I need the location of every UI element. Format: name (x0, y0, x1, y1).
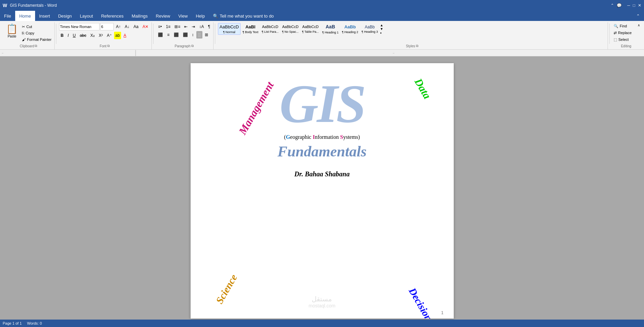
copy-button[interactable]: ⎘ Copy (21, 30, 53, 36)
status-bar: Page 1 of 1 Words: 0 (0, 320, 644, 325)
menu-insert[interactable]: Insert (35, 11, 54, 21)
menu-references[interactable]: References (97, 11, 128, 21)
comment-icon[interactable]: 💬 (617, 3, 622, 8)
font-name-input[interactable] (59, 23, 100, 30)
ribbon-display-icon[interactable]: ⌃ (632, 11, 644, 21)
watermark-latin: mostaql.com (309, 303, 335, 308)
menu-view[interactable]: View (174, 11, 192, 21)
font-color-button[interactable]: A (122, 32, 128, 39)
style-body-text-button[interactable]: AaBl ¶ Body Text (241, 23, 260, 34)
font-size-increase-button[interactable]: A↑ (114, 23, 122, 30)
data-text: Data (412, 76, 433, 101)
numbering-button[interactable]: 1≡ (164, 23, 172, 30)
menu-review[interactable]: Review (152, 11, 174, 21)
style-nospace-preview: AaBbCcD (282, 24, 299, 29)
line-spacing-button[interactable]: ↕ (190, 31, 196, 39)
italic-button[interactable]: I (66, 32, 70, 39)
editing-label: Editing (611, 44, 641, 48)
format-painter-button[interactable]: 🖌 Format Painter (21, 36, 53, 43)
ribbon-separator-2 (153, 24, 153, 44)
styles-expand-btn-icon[interactable]: ⧉ (416, 44, 418, 48)
maximize-icon[interactable]: □ (633, 3, 635, 8)
ribbon-separator-1 (56, 24, 56, 44)
ribbon-collapse-icon[interactable]: ⌃ (611, 3, 614, 8)
clipboard-expand-icon[interactable]: ⧉ (35, 44, 37, 48)
style-nospace-label: ¶ No Spac... (282, 30, 299, 33)
clear-format-button[interactable]: A✕ (141, 23, 150, 30)
select-button[interactable]: ⬚ Select (612, 36, 640, 43)
styles-expand-icon[interactable]: ⬧ (380, 31, 383, 34)
align-left-button[interactable]: ⬛ (156, 31, 165, 39)
menu-home[interactable]: Home (15, 11, 35, 21)
style-h3-preview: AaBb (365, 24, 374, 30)
justify-button[interactable]: ⬛ (181, 31, 190, 39)
menu-mailings[interactable]: Mailings (128, 11, 152, 21)
close-icon[interactable]: ✕ (638, 3, 641, 8)
document-page: Management Data GIS (Geographic Informat… (191, 63, 454, 319)
style-tablep-label: ¶ Table Pa... (302, 30, 319, 33)
menu-help[interactable]: Help (192, 11, 209, 21)
styles-scroll-arrows: ▲ ▼ ⬧ (380, 23, 383, 34)
style-h2-label: ¶ Heading 2 (342, 30, 358, 34)
decrease-indent-button[interactable]: ⇤ (183, 23, 189, 30)
text-effects-button[interactable]: A⁺ (105, 32, 113, 39)
font-size-input[interactable] (100, 23, 114, 30)
replace-button[interactable]: ⇄ Replace (612, 30, 640, 36)
styles-scroll-up-icon[interactable]: ▲ (380, 23, 383, 27)
style-list-para-button[interactable]: AaBbCcD ¶ List Para... (260, 24, 280, 34)
strikethrough-button[interactable]: abc (78, 32, 88, 39)
bullets-button[interactable]: ≡• (156, 23, 163, 30)
change-case-button[interactable]: Aa (132, 23, 140, 30)
cut-label: Cut (26, 25, 32, 29)
align-right-button[interactable]: ⬛ (172, 31, 180, 39)
style-heading1-button[interactable]: AaB ¶ Heading 1 (321, 23, 340, 35)
style-normal-button[interactable]: AaBbCcD ¶ Normal (218, 23, 241, 35)
copy-label: Copy (26, 31, 34, 35)
style-heading2-button[interactable]: AaBb ¶ Heading 2 (340, 23, 359, 34)
superscript-button[interactable]: X² (97, 32, 105, 39)
cut-button[interactable]: ✂ Cut (21, 24, 53, 30)
paragraph-expand-icon[interactable]: ⧉ (191, 44, 194, 48)
multilevel-list-button[interactable]: ⊞≡ (173, 23, 182, 30)
cut-icon: ✂ (22, 25, 25, 29)
menu-layout[interactable]: Layout (76, 11, 97, 21)
bold-button[interactable]: B (59, 32, 65, 39)
underline-button[interactable]: U (71, 32, 78, 39)
font-controls: A↑ A↓ Aa A✕ B I U abc X₂ X² A⁺ ab A (59, 23, 150, 40)
sort-button[interactable]: ↕A (197, 23, 205, 30)
menu-design[interactable]: Design (54, 11, 76, 21)
watermark-arabic: مستقل (309, 295, 335, 303)
shading-button[interactable]: ░ (196, 31, 203, 39)
minimize-icon[interactable]: ─ (627, 3, 630, 8)
clipboard-label-text: Clipboard (20, 44, 34, 48)
style-table-para-button[interactable]: AaBbCcD ¶ Table Pa... (301, 24, 320, 34)
paste-label: Paste (8, 34, 17, 38)
font-group: A↑ A↓ Aa A✕ B I U abc X₂ X² A⁺ ab A (58, 22, 152, 49)
show-marks-button[interactable]: ¶ (206, 23, 212, 30)
align-center-button[interactable]: ≡ (165, 31, 171, 39)
paste-button[interactable]: 📋 Paste (4, 23, 20, 40)
paragraph-row2: ⬛ ≡ ⬛ ⬛ ↕ ░ ⊞ (156, 31, 212, 39)
ruler-content: ← → (1, 50, 643, 56)
highlight-button[interactable]: ab (114, 32, 121, 39)
management-text: Management (236, 80, 276, 137)
subscript-button[interactable]: X₂ (89, 32, 96, 39)
font-size-decrease-button[interactable]: A↓ (123, 23, 131, 30)
style-no-spacing-button[interactable]: AaBbCcD ¶ No Spac... (281, 24, 300, 34)
borders-button[interactable]: ⊞ (203, 31, 210, 39)
font-expand-icon[interactable]: ⧉ (107, 44, 110, 48)
page-number: 1 (441, 310, 444, 315)
main-area: Management Data GIS (Geographic Informat… (0, 56, 644, 325)
font-label: Font ⧉ (58, 44, 152, 48)
menu-search[interactable]: 🔍 Tell me what you want to do (209, 11, 278, 21)
nformation: nformation (315, 134, 340, 140)
side-buttons: ✂ Cut ⎘ Copy 🖌 Format Painter (21, 24, 53, 43)
increase-indent-button[interactable]: ⇥ (190, 23, 197, 30)
find-label: Find (620, 24, 627, 28)
style-heading3-button[interactable]: AaBb ¶ Heading 3 (360, 24, 379, 34)
format-painter-label: Format Painter (27, 37, 52, 42)
menu-file[interactable]: File (0, 11, 15, 21)
ribbon-collapse-button[interactable]: ∧ (636, 22, 641, 28)
style-list-label: ¶ List Para... (262, 30, 279, 33)
styles-scroll-down-icon[interactable]: ▼ (380, 27, 383, 31)
